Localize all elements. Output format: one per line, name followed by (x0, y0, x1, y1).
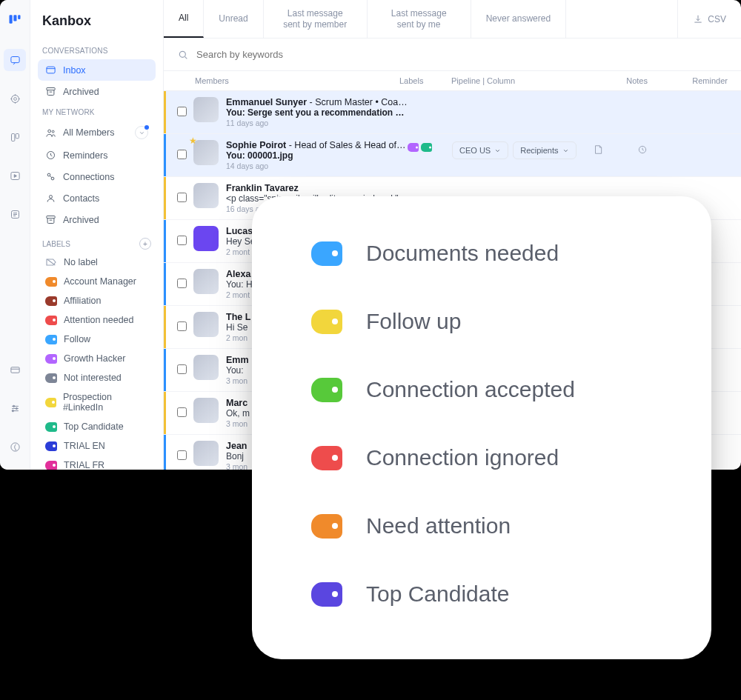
avatar (193, 441, 219, 466)
label-item[interactable]: Top Candidate (38, 417, 156, 436)
tag-icon (311, 582, 342, 607)
row-checkbox[interactable] (177, 364, 187, 374)
tab-unread[interactable]: Unread (204, 0, 263, 38)
tag-icon (45, 316, 57, 325)
label-item[interactable]: Attention needed (38, 310, 156, 330)
rail-list-icon[interactable] (4, 203, 26, 225)
conversation-row[interactable]: Emmanuel Sunyer - Scrum Master • Coach A… (164, 91, 741, 134)
clock-icon (45, 150, 56, 161)
nav-inbox[interactable]: Inbox (38, 59, 156, 81)
row-checkbox[interactable] (177, 279, 187, 288)
row-checkbox[interactable] (177, 236, 187, 245)
search-input[interactable] (196, 49, 728, 60)
label-text: Growth Hacker (64, 353, 125, 364)
label-text: No label (64, 257, 98, 267)
link-icon (45, 171, 56, 182)
inbox-icon (45, 64, 56, 76)
tag-icon (45, 422, 57, 432)
avatar (193, 398, 219, 423)
overlay-item[interactable]: Follow up (311, 309, 652, 334)
tag-icon (421, 143, 432, 152)
member-name: Franklin Tavarez (226, 183, 408, 193)
tab-last-me[interactable]: Last message sent by me (368, 0, 471, 38)
nav-reminders[interactable]: Reminders (38, 144, 156, 166)
row-pipeline (452, 183, 593, 184)
label-item[interactable]: Growth Hacker (38, 349, 156, 368)
svg-point-13 (12, 410, 13, 411)
nav-contacts[interactable]: Contacts (38, 187, 156, 209)
reminder-icon[interactable] (637, 97, 728, 101)
pipeline-chip[interactable]: CEO US (452, 141, 508, 159)
col-header: Members (177, 76, 399, 85)
label-item[interactable]: Follow (38, 330, 156, 349)
note-icon[interactable] (593, 140, 637, 155)
chevron-down-icon[interactable] (135, 126, 148, 139)
nav-label: Contacts (63, 193, 99, 204)
overlay-item[interactable]: Top Candidate (311, 581, 652, 607)
avatar (193, 226, 219, 251)
tag-icon (45, 277, 57, 287)
labels-popover: Documents neededFollow upConnection acce… (252, 196, 711, 659)
tab-never[interactable]: Never answered (471, 0, 566, 38)
nav-connections[interactable]: Connections (38, 166, 156, 187)
nav-label: Reminders (63, 150, 107, 161)
pipeline-chip[interactable]: Recipients (513, 141, 576, 159)
rail-card-icon[interactable] (4, 359, 26, 381)
rail-board-icon[interactable] (4, 126, 26, 148)
reminder-icon[interactable] (637, 183, 728, 187)
tag-icon (45, 398, 56, 407)
label-item[interactable]: No label (38, 253, 156, 272)
rail-sliders-icon[interactable] (4, 397, 26, 419)
overlay-label: Connection accepted (366, 377, 575, 402)
rail-target-icon[interactable] (4, 87, 26, 110)
add-label-button[interactable]: + (139, 238, 151, 250)
overlay-item[interactable]: Connection ignored (311, 445, 652, 470)
row-labels (408, 140, 452, 152)
avatar (193, 97, 219, 122)
row-checkbox[interactable] (177, 150, 187, 159)
label-text: Top Candidate (64, 421, 124, 432)
reminder-icon[interactable] (637, 140, 728, 155)
label-text: Prospection #LinkedIn (63, 392, 148, 413)
overlay-item[interactable]: Connection accepted (311, 377, 652, 402)
tag-outline-icon (45, 257, 57, 267)
label-item[interactable]: TRIAL FR (38, 456, 156, 470)
tab-all[interactable]: All (164, 0, 204, 38)
row-checkbox[interactable] (177, 193, 187, 202)
note-icon[interactable] (593, 97, 637, 101)
overlay-label: Need attention (366, 513, 511, 539)
nav-allmembers[interactable]: All Members (38, 121, 156, 144)
label-item[interactable]: Affiliation (38, 291, 156, 310)
label-text: Affiliation (64, 296, 102, 306)
archive-icon (45, 86, 56, 97)
member-name: Emmanuel Sunyer - Scrum Master • Coach A… (226, 97, 408, 107)
export-csv-button[interactable]: CSV (677, 0, 741, 38)
nav-archived-network[interactable]: Archived (38, 209, 156, 230)
tab-last-member[interactable]: Last message sent by member (264, 0, 368, 38)
rail-moon-icon[interactable] (4, 436, 26, 458)
section-conversations: CONVERSATIONS (38, 41, 156, 59)
time-ago: 11 days ago (226, 119, 408, 127)
row-checkbox[interactable] (177, 107, 187, 116)
label-text: TRIAL EN (64, 441, 105, 451)
overlay-label: Documents needed (366, 241, 559, 266)
overlay-item[interactable]: Need attention (311, 513, 652, 539)
list-header: Members Labels Pipeline | Column Notes R… (164, 71, 741, 91)
nav-archived[interactable]: Archived (38, 81, 156, 102)
note-icon[interactable] (593, 183, 637, 187)
nav-label: Inbox (63, 65, 86, 76)
conversation-row[interactable]: ★Sophie Poirot - Head of Sales & Head of… (164, 134, 741, 177)
overlay-item[interactable]: Documents needed (311, 241, 652, 266)
label-item[interactable]: Account Manager (38, 272, 156, 291)
row-checkbox[interactable] (177, 321, 187, 331)
row-checkbox[interactable] (177, 407, 187, 417)
row-checkbox[interactable] (177, 450, 187, 460)
label-item[interactable]: TRIAL EN (38, 436, 156, 456)
avatar (193, 269, 219, 294)
label-item[interactable]: Not interested (38, 368, 156, 387)
search-icon (177, 49, 189, 61)
rail-play-icon[interactable] (4, 164, 26, 187)
rail-chat-icon[interactable] (4, 49, 26, 71)
label-item[interactable]: Prospection #LinkedIn (38, 387, 156, 417)
message-preview: You: Serge sent you a recommendation Rev… (226, 107, 408, 118)
